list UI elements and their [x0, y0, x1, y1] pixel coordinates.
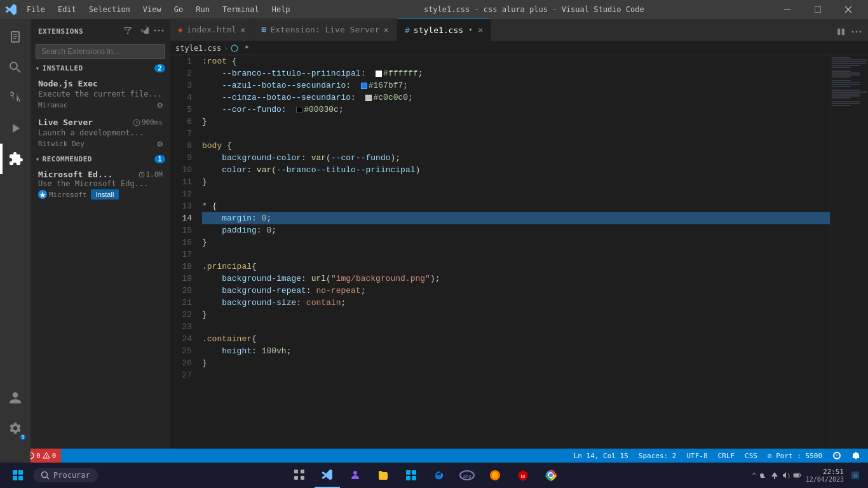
taskbar-vscode-button[interactable]: [315, 463, 340, 488]
minimap-content: [831, 55, 868, 110]
ext-liveserver-row1: Live Server 900ms: [38, 118, 163, 127]
tab-index-html-close[interactable]: ×: [240, 25, 245, 35]
taskbar-store-button[interactable]: [398, 463, 424, 488]
code-line-26: }: [202, 357, 830, 369]
svg-rect-26: [294, 476, 298, 480]
code-line-7: [202, 128, 830, 140]
code-line-2: --branco--titulo--priincipal: #ffffff;: [202, 67, 830, 79]
tab-live-server[interactable]: ⊞ Extension: Live Server ×: [254, 18, 397, 41]
menu-terminal[interactable]: Terminal: [217, 4, 264, 15]
rec-msedge-name: Microsoft Ed...: [38, 170, 112, 179]
svg-point-17: [46, 458, 46, 458]
extension-item-ms-edge[interactable]: Microsoft Ed... 1.8M Use the Microsoft E…: [31, 166, 170, 203]
spaces-status[interactable]: Spaces: 2: [636, 449, 679, 463]
menu-edit[interactable]: Edit: [53, 4, 81, 15]
menu-go[interactable]: Go: [169, 4, 188, 15]
code-line-19: background-image: url("img/background.pn…: [202, 273, 830, 285]
refresh-extensions-button[interactable]: [137, 24, 150, 39]
editor-area: ◈ index.html × ⊞ Extension: Live Server …: [170, 19, 868, 450]
clock[interactable]: 22:51 12/04/2023: [806, 468, 844, 483]
split-editor-button[interactable]: [835, 25, 848, 41]
code-editor[interactable]: 1 2 3 4 5 6 7 8 9 10 11 12 13 14 15 16 1…: [170, 55, 868, 450]
taskbar-php-button[interactable]: php: [454, 463, 480, 488]
code-line-20: background-repeat: no-repeat;: [202, 285, 830, 297]
menu-help[interactable]: Help: [267, 4, 295, 15]
menu-selection[interactable]: Selection: [84, 4, 135, 15]
activity-settings[interactable]: 1: [0, 413, 31, 444]
tab-live-server-label: Extension: Live Server: [270, 25, 379, 34]
installed-section-header[interactable]: ▾ INSTALLED 2: [31, 62, 170, 75]
encoding-status[interactable]: UTF-8: [684, 449, 710, 463]
taskbar-mcafee-button[interactable]: M: [510, 463, 536, 488]
taskbar-chrome-button[interactable]: [538, 463, 564, 488]
filter-extensions-button[interactable]: [122, 24, 135, 39]
html-file-icon: ◈: [178, 25, 183, 34]
taskbar-edge-button[interactable]: [426, 463, 452, 488]
tab-live-server-close[interactable]: ×: [384, 25, 389, 35]
ln-col-status[interactable]: Ln 14, Col 15: [571, 449, 631, 463]
extension-item-live-server[interactable]: Live Server 900ms Launch a development..…: [31, 114, 170, 152]
tab-modified-dot: ·: [467, 24, 474, 36]
code-line-5: --cor--fundo: #00030c;: [202, 104, 830, 116]
minimize-button[interactable]: [773, 0, 802, 19]
menu-file[interactable]: File: [22, 4, 50, 15]
maximize-button[interactable]: [803, 0, 832, 19]
weather-icon: [759, 471, 768, 480]
network-icon[interactable]: [770, 471, 779, 480]
close-button[interactable]: [834, 0, 863, 19]
activity-source-control[interactable]: [0, 83, 31, 113]
menu-run[interactable]: Run: [191, 4, 215, 15]
svg-rect-18: [13, 470, 17, 475]
taskbar-filemanager-button[interactable]: [370, 463, 396, 488]
ext-liveserver-settings-icon[interactable]: ⚙: [158, 139, 163, 149]
line-ending-status[interactable]: CRLF: [715, 449, 738, 463]
ext-nodejs-settings-icon[interactable]: ⚙: [158, 100, 163, 110]
code-line-18: .principal{: [202, 261, 830, 273]
install-extension-button[interactable]: Install: [91, 189, 119, 200]
code-line-23: [202, 321, 830, 333]
code-line-24: .container{: [202, 333, 830, 345]
code-content[interactable]: :root { --branco--titulo--priincipal: #f…: [197, 55, 830, 450]
language-status[interactable]: CSS: [742, 449, 760, 463]
notifications-button[interactable]: ☐: [848, 463, 863, 488]
code-line-1: :root {: [202, 55, 830, 67]
vscode-logo-icon: [5, 4, 17, 15]
feedback-status[interactable]: [830, 449, 844, 463]
taskbar-teams-button[interactable]: [342, 463, 368, 488]
breadcrumb-file[interactable]: style1.css: [175, 44, 221, 53]
extension-item-nodejs-exec[interactable]: Node.js Exec Execute the current file...…: [31, 75, 170, 114]
activity-explorer[interactable]: [0, 22, 31, 52]
tab-style1-css-close[interactable]: ×: [478, 25, 483, 35]
activity-extensions[interactable]: [0, 144, 31, 174]
more-views-button[interactable]: [153, 24, 165, 39]
color-swatch-gray: [365, 95, 372, 101]
svg-point-12: [231, 45, 238, 51]
taskbar-firefox-button[interactable]: [482, 463, 508, 488]
recommended-section-header[interactable]: ▾ RECOMMENDED 1: [31, 152, 170, 166]
volume-icon[interactable]: [782, 471, 790, 480]
more-tab-actions-button[interactable]: [850, 25, 863, 41]
ext-liveserver-name: Live Server: [38, 118, 93, 127]
code-line-4: --cinza--botao--secundario: #c0c0c0;: [202, 92, 830, 104]
svg-rect-31: [406, 476, 410, 480]
menu-view[interactable]: View: [138, 4, 166, 15]
recommended-chevron-icon: ▾: [36, 156, 40, 163]
activity-run-debug[interactable]: [0, 113, 31, 144]
activity-account[interactable]: [0, 383, 31, 413]
tab-style1-css[interactable]: # style1.css · ×: [397, 18, 491, 41]
rec-msedge-downloads: 1.8M: [139, 170, 163, 179]
title-bar-left: File Edit Selection View Go Run Terminal…: [5, 4, 295, 15]
breadcrumb-symbol[interactable]: *: [231, 44, 248, 53]
notification-status[interactable]: [849, 449, 863, 463]
code-line-10: color: var(--branco--titulo--priincipal): [202, 164, 830, 176]
line-numbers: 1 2 3 4 5 6 7 8 9 10 11 12 13 14 15 16 1…: [170, 55, 197, 450]
port-status[interactable]: ⊘ Port : 5500: [765, 449, 825, 463]
svg-rect-45: [800, 475, 801, 476]
activity-search[interactable]: [0, 52, 31, 83]
tab-index-html[interactable]: ◈ index.html ×: [170, 18, 254, 41]
start-button[interactable]: [5, 463, 31, 488]
taskbar-view-button[interactable]: [287, 463, 312, 488]
search-extensions-input[interactable]: [36, 44, 165, 59]
code-line-21: background-size: contain;: [202, 297, 830, 309]
search-taskbar[interactable]: Procurar: [33, 468, 98, 482]
